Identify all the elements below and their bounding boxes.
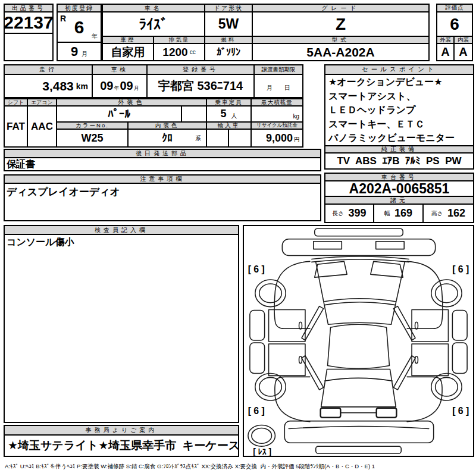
inspection-month: 09 bbox=[120, 79, 133, 93]
inspection-label: 車検 bbox=[93, 65, 148, 75]
cowl-line-1 bbox=[312, 256, 409, 259]
imported-label: 輸入車 bbox=[207, 123, 252, 130]
fuel-label: 燃料 bbox=[205, 37, 253, 44]
rear-left-tire-mark: [ 6 ] bbox=[248, 406, 265, 416]
width-cell: 幅 169 bbox=[374, 205, 424, 222]
sales-point-line: スマートキー、ＥＴＣ bbox=[327, 118, 472, 132]
shift-label: シフト bbox=[5, 99, 28, 107]
sales-points-list: ★オークションデビュー★ スマートアシスト、 ＬＥＤヘッドランプ スマートキー、… bbox=[327, 76, 472, 146]
transfer-cell: 月 日 bbox=[255, 75, 302, 97]
history-value: 自家用 bbox=[103, 44, 154, 60]
hood-crease-1 bbox=[325, 299, 396, 302]
rear-bumper bbox=[284, 421, 433, 443]
sales-point-line: スマートアシスト、 bbox=[327, 90, 472, 104]
color-no-value: W25 bbox=[57, 130, 129, 146]
right-front-window bbox=[452, 311, 467, 340]
front-left-wheel-inner bbox=[259, 284, 282, 303]
mileage-label: 走行 bbox=[5, 65, 93, 75]
length-value: 399 bbox=[349, 207, 367, 220]
office-box: 事務局よりご案内 ★埼玉サテライト★埼玉県幸手市 キーケース bbox=[4, 425, 239, 457]
chassis-value: A202A-0065851 bbox=[325, 181, 473, 197]
rear-right-wheel-inner bbox=[436, 377, 458, 396]
recycle-unit: 円 bbox=[294, 136, 300, 144]
rear-glass bbox=[321, 369, 396, 407]
displacement-label: 排気量 bbox=[154, 37, 205, 44]
aircon-value: AAC bbox=[28, 107, 57, 146]
lot-value: 22137 bbox=[5, 12, 52, 34]
exterior-label: 外装 bbox=[437, 37, 455, 44]
imported-cell-1 bbox=[207, 130, 229, 146]
notes-box: 注意事項欄 ディスプレイオーディオ bbox=[4, 174, 321, 221]
transfer-label: 譲渡書類期限 bbox=[255, 65, 302, 75]
recycle-value: 9,000 bbox=[266, 132, 293, 145]
left-rear-door-handle bbox=[299, 356, 302, 364]
left-rear-window bbox=[250, 343, 265, 373]
recycle-label: リサイクル預託金 bbox=[252, 123, 302, 130]
ext-color-value: ﾊﾟｰﾙ bbox=[57, 107, 182, 123]
door-label: ドア形状 bbox=[205, 5, 253, 12]
length-label: 長さ bbox=[332, 209, 344, 218]
front-left-tire-mark: [ 6 ] bbox=[248, 264, 265, 274]
recycle-cell: 9,000 円 bbox=[252, 130, 302, 146]
office-value: ★埼玉サテライト★埼玉県幸手市 キーケース bbox=[5, 436, 238, 456]
era-value: R bbox=[60, 14, 66, 23]
first-reg-month: 9 bbox=[71, 44, 78, 60]
capacity-unit: 人 bbox=[231, 112, 237, 120]
plate-value: 宇都宮 536ﾆ714 bbox=[148, 75, 255, 97]
plate-label: 登録番号 bbox=[148, 65, 255, 75]
mileage-cell: 3,483 km bbox=[5, 75, 93, 97]
ext-color-label: 外装色 bbox=[57, 99, 207, 107]
interior-label: 内装 bbox=[455, 37, 472, 44]
footer-legend: A:ｷｽﾞ U:ﾍｺﾐ B:ｷｽﾞを伴うﾍｺﾐ P:要塗装 W:補修跡 S:錆 … bbox=[5, 460, 474, 473]
inspector-value: コンソール傷小 bbox=[5, 235, 238, 249]
interior-value: A bbox=[455, 44, 472, 60]
transfer-month-unit: 月 bbox=[267, 84, 273, 92]
capacity-label: 乗車定員 bbox=[207, 99, 252, 107]
displacement-unit: cc bbox=[190, 49, 196, 55]
height-cell: 高さ 162 bbox=[424, 205, 473, 222]
transfer-day-unit: 日 bbox=[284, 84, 290, 92]
main-header-box: 車名 ドア形状 グレード ﾗｲｽﾞ 5W Z 車歴 排気量 燃料 型式 自家用 … bbox=[102, 4, 430, 61]
sales-point-line: ＬＥＤヘッドランプ bbox=[327, 104, 472, 118]
chassis-label: 車台番号 bbox=[325, 174, 473, 181]
rear-glass-crease bbox=[325, 378, 393, 381]
ext-color-suffix-cell bbox=[182, 107, 207, 123]
rear-right-fender bbox=[407, 377, 442, 421]
windshield bbox=[316, 262, 405, 324]
auction-sheet: 出品番号 22137 初度登録 R 6 年 9 月 車名 ドア形状 グレード ﾗ… bbox=[0, 0, 476, 476]
later-parts-box: 後日発送部品 保証書 bbox=[4, 149, 321, 171]
right-rear-window bbox=[452, 343, 467, 373]
first-reg-year-cell: R 6 年 bbox=[58, 12, 101, 43]
notes-value: ディスプレイオーディオ bbox=[5, 184, 320, 199]
dimensions-label: 諸元 bbox=[325, 197, 473, 205]
first-reg-month-cell: 9 月 bbox=[58, 43, 101, 60]
right-rear-door-handle bbox=[415, 356, 418, 364]
inspection-year-unit: 年 bbox=[114, 84, 120, 92]
sales-point-line: ★オークションデビュー★ bbox=[327, 76, 472, 90]
history-label: 車歴 bbox=[103, 37, 154, 44]
model-label: 型式 bbox=[253, 37, 428, 44]
fuel-value: ｶﾞｿﾘﾝ bbox=[205, 44, 253, 60]
mileage-value: 3,483 bbox=[42, 79, 74, 93]
length-cell: 長さ 399 bbox=[325, 205, 374, 222]
first-reg-year: 6 bbox=[74, 17, 84, 37]
shift-value: FAT bbox=[5, 107, 28, 146]
front-right-tire-mark: [ 6 ] bbox=[452, 264, 469, 274]
max-load-label: 最大積載量 bbox=[252, 99, 302, 107]
door-value: 5W bbox=[205, 12, 253, 37]
chassis-box: 車台番号 A202A-0065851 諸元 長さ 399 幅 169 高さ 16… bbox=[324, 173, 474, 223]
year-unit: 年 bbox=[92, 32, 98, 40]
grade-label: グレード bbox=[253, 5, 428, 12]
spare-tire-mark: [ ﾚｽ ] bbox=[253, 447, 271, 456]
rear-right-tire-mark: [ 6 ] bbox=[452, 406, 469, 416]
front-right-lamp bbox=[376, 242, 405, 249]
later-parts-label: 後日発送部品 bbox=[5, 150, 320, 158]
front-right-fender bbox=[407, 261, 443, 328]
right-tail-light bbox=[377, 408, 397, 418]
office-label: 事務局よりご案内 bbox=[5, 426, 238, 436]
aircon-label: エアコン bbox=[28, 99, 57, 107]
color-no-label: カラーNo. bbox=[57, 123, 129, 130]
capacity-cell: 5 人 bbox=[207, 107, 252, 123]
inspection-cell: 09 年 09 月 bbox=[93, 75, 148, 97]
later-parts-value: 保証書 bbox=[5, 158, 320, 170]
